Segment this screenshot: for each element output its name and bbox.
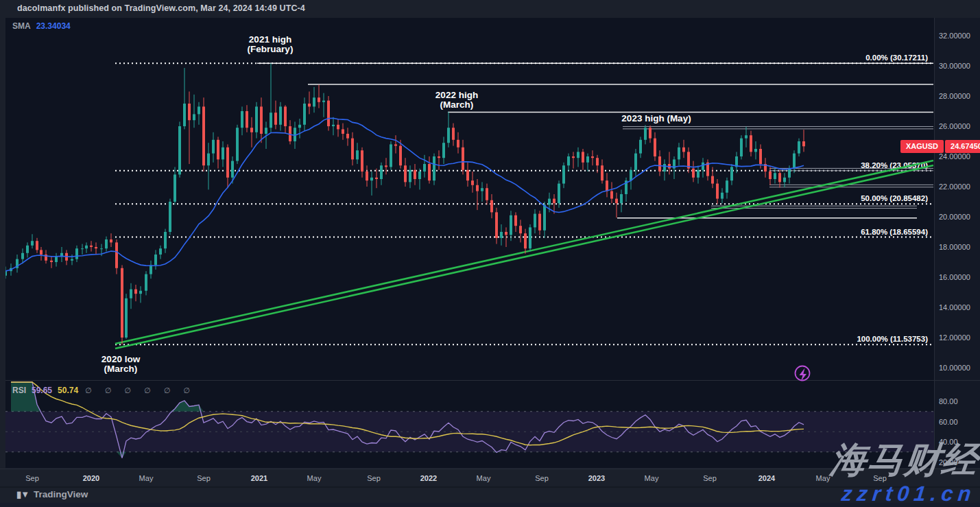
trend-line: [115, 161, 933, 344]
candle-body: [274, 113, 277, 125]
candle-body: [265, 128, 267, 134]
candle-body: [399, 146, 402, 166]
candle-body: [50, 261, 53, 262]
rsi-empty-markers: ∅ ∅ ∅ ∅ ∅ ∅: [85, 386, 195, 394]
chart-annotation: (March): [440, 99, 474, 110]
candle-body: [740, 139, 743, 156]
sma-legend[interactable]: SMA23.34034: [12, 21, 71, 31]
rsi-legend[interactable]: RSI59.6550.74∅ ∅ ∅ ∅ ∅ ∅: [12, 386, 195, 395]
fib-level-label: 61.80% (18.65594): [861, 228, 928, 236]
price-axis-label: 22.00000: [939, 182, 970, 191]
time-axis-label: Sep: [367, 474, 381, 482]
candle-body: [332, 125, 335, 126]
candle-body: [802, 141, 805, 146]
candle-body: [442, 143, 445, 158]
candle-body: [678, 148, 680, 160]
candle-body: [495, 212, 498, 237]
chart-annotation: (March): [104, 364, 138, 374]
candle-body: [150, 265, 152, 274]
candle-body: [279, 106, 282, 124]
candle-body: [591, 156, 594, 158]
candle-body: [284, 106, 287, 126]
candle-body: [356, 150, 359, 159]
time-axis-label: May: [139, 474, 154, 482]
candle-body: [610, 191, 613, 199]
candle-body: [130, 290, 132, 298]
candle-body: [303, 104, 306, 125]
chart-canvas[interactable]: 0.00% (30.17211)38.20% (23.05370)50.00% …: [0, 0, 980, 507]
tradingview-attribution[interactable]: ▮▼ TradingView: [16, 489, 88, 499]
candle-body: [476, 185, 479, 191]
candle-body: [543, 204, 546, 230]
candle-body: [346, 134, 349, 139]
candle-body: [115, 242, 118, 268]
candle-body: [630, 170, 632, 180]
candle-body: [414, 170, 416, 179]
candle-body: [85, 246, 88, 248]
candle-body: [134, 290, 137, 294]
candle-body: [644, 128, 647, 140]
candle-body: [100, 248, 103, 249]
candle-body: [207, 154, 210, 166]
candle-body: [174, 174, 176, 202]
candle-body: [313, 97, 315, 106]
candle-body: [260, 106, 263, 134]
chart-annotation: 2022 high: [435, 90, 478, 100]
rsi-oversold-fill: [11, 452, 804, 458]
price-axis-label: 10.00000: [939, 364, 970, 372]
trend-line: [115, 165, 933, 349]
last-price-label: 24.67450: [945, 140, 980, 153]
candle-body: [438, 156, 440, 158]
candle-body: [750, 135, 752, 152]
candle-body: [318, 97, 320, 102]
candle-body: [145, 274, 147, 291]
price-axis-label: 14.00000: [939, 303, 970, 311]
watermark-cjk: 海马财经: [828, 436, 980, 484]
candle-body: [159, 248, 162, 255]
candle-body: [188, 104, 191, 120]
price-axis-label: 30.00000: [939, 62, 970, 70]
candle-body: [682, 148, 685, 152]
candle-body: [246, 111, 248, 128]
candle-body: [548, 199, 551, 205]
candle-body: [226, 148, 229, 178]
candle-body: [514, 215, 517, 226]
time-axis-label: 2021: [251, 474, 267, 482]
fib-level-label: 50.00% (20.85482): [861, 194, 928, 202]
chart-annotation: 2020 low: [101, 354, 141, 364]
time-axis-label: 2022: [420, 474, 437, 482]
candle-body: [553, 199, 555, 204]
price-axis-label: 28.00000: [939, 92, 970, 100]
bottom-bar: [0, 503, 980, 507]
candle-body: [75, 248, 78, 259]
candle-body: [409, 170, 411, 182]
candle-body: [457, 140, 459, 148]
candle-body: [139, 291, 142, 294]
candle-body: [615, 199, 618, 204]
candle-body: [222, 148, 224, 160]
tradingview-published-chart: 0.00% (30.17211)38.20% (23.05370)50.00% …: [0, 0, 980, 507]
fib-level-label: 100.00% (11.53753): [857, 335, 928, 343]
candle-body: [394, 144, 397, 145]
candle-body: [423, 164, 426, 172]
candle-body: [462, 148, 464, 170]
time-axis-label: May: [307, 474, 322, 482]
last-price-badge: XAGUSD24.67450: [900, 140, 980, 153]
price-axis-label: 18.00000: [939, 243, 970, 251]
candle-body: [601, 165, 603, 180]
candle-body: [754, 149, 757, 152]
candle-body: [370, 178, 373, 180]
candle-body: [769, 172, 772, 179]
candle-body: [366, 172, 368, 180]
lightning-boost-icon[interactable]: [796, 366, 810, 381]
candle-body: [60, 253, 63, 256]
candle-body: [447, 128, 450, 143]
candle-body: [322, 101, 325, 102]
chart-annotation: 2021 high: [249, 34, 291, 45]
candle-body: [510, 215, 512, 235]
candle-body: [783, 178, 786, 182]
candle-body: [774, 173, 776, 179]
candle-body: [634, 154, 637, 170]
candle-body: [716, 184, 719, 199]
candle-body: [726, 180, 728, 193]
